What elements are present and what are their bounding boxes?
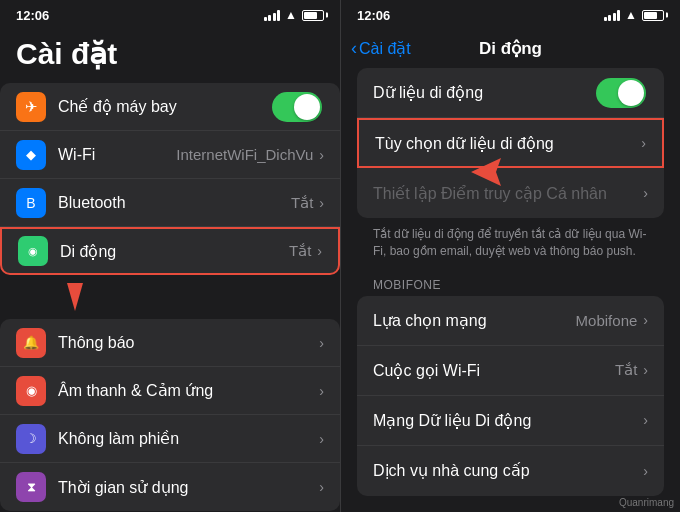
screentime-icon: ⧗ <box>16 472 46 502</box>
wifi-item[interactable]: ◆ Wi-Fi InternetWiFi_DichVu › <box>0 131 340 179</box>
airplane-label: Chế độ máy bay <box>58 97 272 116</box>
signal-icon <box>264 10 281 21</box>
notifications-chevron: › <box>319 335 324 351</box>
nav-title: Di động <box>479 38 542 59</box>
nav-header: ‹ Cài đặt Di động <box>341 28 680 68</box>
notifications-item[interactable]: 🔔 Thông báo › <box>0 319 340 367</box>
top-section: Dữ liệu di động Tùy chọn dữ liệu di động… <box>341 68 680 498</box>
bluetooth-chevron: › <box>319 195 324 211</box>
connectivity-section: ✈ Chế độ máy bay ◆ Wi-Fi InternetWiFi_Di… <box>0 83 340 275</box>
dnd-chevron: › <box>319 431 324 447</box>
chevron-left-icon: ‹ <box>351 38 357 59</box>
cellular-icon: ◉ <box>18 236 48 266</box>
network-select-chevron: › <box>643 312 648 328</box>
red-arrow-right-icon <box>461 152 511 192</box>
time-right: 12:06 <box>357 8 390 23</box>
bluetooth-label: Bluetooth <box>58 194 291 212</box>
settings-list: ✈ Chế độ máy bay ◆ Wi-Fi InternetWiFi_Di… <box>0 83 340 512</box>
wifi-value: InternetWiFi_DichVu <box>176 146 313 163</box>
carrier-services-label: Dịch vụ nhà cung cấp <box>373 461 643 480</box>
network-select-item[interactable]: Lựa chọn mạng Mobifone › <box>357 296 664 346</box>
general-section: 🔔 Thông báo › ◉ Âm thanh & Cảm ứng › ☽ K… <box>0 319 340 511</box>
notifications-label: Thông báo <box>58 334 319 352</box>
wifi-calling-chevron: › <box>643 362 648 378</box>
right-panel: 12:06 ▲ ‹ Cài đặt Di động Dữ liệu di <box>340 0 680 512</box>
arrow-container <box>0 277 340 319</box>
wifi-label: Wi-Fi <box>58 146 176 164</box>
screentime-chevron: › <box>319 479 324 495</box>
dnd-item[interactable]: ☽ Không làm phiền › <box>0 415 340 463</box>
screentime-label: Thời gian sử dụng <box>58 478 319 497</box>
carrier-services-item[interactable]: Dịch vụ nhà cung cấp › <box>357 446 664 496</box>
airplane-icon: ✈ <box>16 92 46 122</box>
status-bar-right: 12:06 ▲ <box>341 0 680 28</box>
status-icons-right: ▲ <box>604 8 664 22</box>
sounds-chevron: › <box>319 383 324 399</box>
wifi-calling-label: Cuộc gọi Wi-Fi <box>373 361 615 380</box>
wifi-chevron: › <box>319 147 324 163</box>
dnd-label: Không làm phiền <box>58 429 319 448</box>
mobile-data-network-chevron: › <box>643 412 648 428</box>
bluetooth-icon: B <box>16 188 46 218</box>
wifi-calling-value: Tắt <box>615 361 637 379</box>
nav-back-label: Cài đặt <box>359 39 411 58</box>
wifi-icon: ▲ <box>285 8 297 22</box>
mobile-data-options-label: Tùy chọn dữ liệu di động <box>375 134 641 153</box>
mobile-data-options-chevron: › <box>641 135 646 151</box>
battery-icon <box>302 10 324 21</box>
nav-back-button[interactable]: ‹ Cài đặt <box>351 38 411 59</box>
mobile-data-network-item[interactable]: Mạng Dữ liệu Di động › <box>357 396 664 446</box>
time-left: 12:06 <box>16 8 49 23</box>
mobile-data-item[interactable]: Dữ liệu di động <box>357 68 664 118</box>
mobile-data-network-label: Mạng Dữ liệu Di động <box>373 411 643 430</box>
battery-icon-right <box>642 10 664 21</box>
wifi-item-icon: ◆ <box>16 140 46 170</box>
sounds-item[interactable]: ◉ Âm thanh & Cảm ứng › <box>0 367 340 415</box>
wifi-icon-right: ▲ <box>625 8 637 22</box>
cellular-chevron: › <box>317 243 322 259</box>
svg-marker-0 <box>67 283 83 311</box>
cellular-label: Di động <box>60 242 289 261</box>
left-panel: 12:06 ▲ Cài đặt ✈ Chế độ máy bay <box>0 0 340 512</box>
bluetooth-value: Tắt <box>291 194 313 212</box>
mobifone-header: MOBIFONE <box>357 270 664 296</box>
status-icons-left: ▲ <box>264 8 324 22</box>
mobile-data-label: Dữ liệu di động <box>373 83 596 102</box>
status-bar-left: 12:06 ▲ <box>0 0 340 28</box>
carrier-services-chevron: › <box>643 463 648 479</box>
screentime-item[interactable]: ⧗ Thời gian sử dụng › <box>0 463 340 511</box>
sounds-icon: ◉ <box>16 376 46 406</box>
cellular-value: Tắt <box>289 242 311 260</box>
signal-icon-right <box>604 10 621 21</box>
airplane-toggle[interactable] <box>272 92 322 122</box>
description-text: Tắt dữ liệu di động để truyền tắt cả dữ … <box>357 220 664 270</box>
network-select-label: Lựa chọn mạng <box>373 311 576 330</box>
bluetooth-item[interactable]: B Bluetooth Tắt › <box>0 179 340 227</box>
watermark: Quanrimang <box>619 497 674 508</box>
airplane-mode-item[interactable]: ✈ Chế độ máy bay <box>0 83 340 131</box>
mobile-data-toggle[interactable] <box>596 78 646 108</box>
notifications-icon: 🔔 <box>16 328 46 358</box>
network-select-value: Mobifone <box>576 312 638 329</box>
page-title: Cài đặt <box>0 28 340 83</box>
right-arrow-container <box>461 152 511 196</box>
hotspot-chevron: › <box>643 185 648 201</box>
red-arrow-icon <box>55 279 95 315</box>
cellular-item[interactable]: ◉ Di động Tắt › <box>0 227 340 275</box>
mobifone-section: Lựa chọn mạng Mobifone › Cuộc gọi Wi-Fi … <box>357 296 664 496</box>
svg-marker-1 <box>471 158 501 186</box>
sounds-label: Âm thanh & Cảm ứng <box>58 381 319 400</box>
wifi-calling-item[interactable]: Cuộc gọi Wi-Fi Tắt › <box>357 346 664 396</box>
dnd-icon: ☽ <box>16 424 46 454</box>
